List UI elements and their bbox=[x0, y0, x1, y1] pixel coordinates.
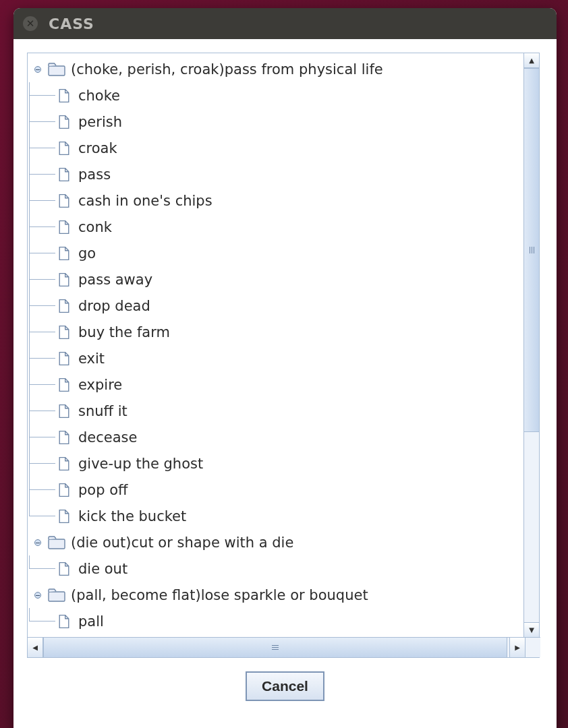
file-icon bbox=[55, 456, 73, 471]
window: ✕ CASS (choke, perish, croak)pass from p… bbox=[13, 8, 557, 728]
tree-item-label: expire bbox=[78, 377, 122, 393]
file-icon bbox=[55, 193, 73, 208]
tree-branch bbox=[30, 214, 55, 240]
tree-folder[interactable]: (choke, perish, croak)pass from physical… bbox=[29, 56, 524, 82]
scroll-down-icon[interactable]: ▼ bbox=[524, 622, 539, 637]
expand-handle-icon[interactable] bbox=[34, 592, 41, 599]
tree-folder-label: (choke, perish, croak)pass from physical… bbox=[71, 61, 383, 78]
tree-item-label: cash in one's chips bbox=[78, 193, 212, 209]
horizontal-scrollbar[interactable]: ◀ ▶ bbox=[28, 637, 540, 657]
file-icon bbox=[55, 614, 73, 629]
tree-branch bbox=[30, 187, 55, 214]
tree-item[interactable]: buy the farm bbox=[30, 319, 524, 345]
folder-icon bbox=[48, 588, 65, 603]
tree-item-label: croak bbox=[78, 140, 117, 156]
file-icon bbox=[55, 404, 73, 419]
tree-item[interactable]: exit bbox=[30, 345, 524, 371]
tree-item-label: pop off bbox=[78, 482, 128, 498]
tree-item[interactable]: go bbox=[30, 240, 524, 266]
tree-folder-label: (pall, become flat)lose sparkle or bouqu… bbox=[71, 587, 368, 603]
tree-item[interactable]: pass bbox=[30, 161, 524, 187]
titlebar[interactable]: ✕ CASS bbox=[13, 8, 557, 39]
tree-item[interactable]: give-up the ghost bbox=[30, 450, 524, 477]
file-icon bbox=[55, 430, 73, 445]
tree-item[interactable]: die out bbox=[30, 555, 524, 582]
tree-branch bbox=[30, 608, 55, 634]
tree-item-label: drop dead bbox=[78, 298, 150, 314]
tree-item[interactable]: pass away bbox=[30, 266, 524, 293]
file-icon bbox=[55, 272, 73, 287]
cancel-button[interactable]: Cancel bbox=[246, 671, 324, 701]
file-icon bbox=[55, 88, 73, 103]
scroll-left-icon[interactable]: ◀ bbox=[28, 638, 43, 657]
tree-branch bbox=[30, 555, 55, 582]
expand-handle-icon[interactable] bbox=[34, 66, 41, 73]
file-icon bbox=[55, 325, 73, 340]
tree-item-label: conk bbox=[78, 219, 112, 235]
button-bar: Cancel bbox=[27, 658, 543, 717]
tree-item[interactable]: expire bbox=[30, 371, 524, 398]
folder-icon bbox=[48, 535, 65, 550]
scroll-up-icon[interactable]: ▲ bbox=[524, 53, 539, 68]
file-icon bbox=[55, 351, 73, 366]
tree-item[interactable]: snuff it bbox=[30, 398, 524, 424]
tree-branch bbox=[30, 424, 55, 450]
tree-item-label: decease bbox=[78, 429, 137, 446]
hscroll-track[interactable] bbox=[43, 638, 509, 657]
tree-branch bbox=[30, 345, 55, 371]
scroll-thumb[interactable] bbox=[524, 68, 539, 432]
tree-item[interactable]: drop dead bbox=[30, 293, 524, 319]
file-icon bbox=[55, 141, 73, 156]
tree-item-label: perish bbox=[78, 114, 122, 130]
svg-rect-0 bbox=[49, 66, 65, 75]
tree-branch bbox=[30, 82, 55, 109]
hscroll-thumb[interactable] bbox=[43, 638, 507, 657]
tree-item[interactable]: decease bbox=[30, 424, 524, 450]
tree-panel: (choke, perish, croak)pass from physical… bbox=[27, 53, 540, 658]
tree-item-label: pall bbox=[78, 613, 104, 630]
tree-item[interactable]: croak bbox=[30, 135, 524, 161]
tree-folder[interactable]: (pall, become flat)lose sparkle or bouqu… bbox=[29, 582, 524, 608]
tree-item-label: snuff it bbox=[78, 403, 127, 419]
tree-folder-label: (die out)cut or shape with a die bbox=[71, 535, 293, 551]
vertical-scrollbar[interactable]: ▲ ▼ bbox=[523, 53, 539, 637]
tree-branch bbox=[30, 450, 55, 477]
tree-folder[interactable]: (die out)cut or shape with a die bbox=[29, 529, 524, 555]
tree-branch bbox=[30, 398, 55, 424]
tree-item-label: choke bbox=[78, 88, 120, 104]
tree-item-label: buy the farm bbox=[78, 324, 170, 340]
tree-item-label: go bbox=[78, 245, 96, 262]
tree-item[interactable]: choke bbox=[30, 82, 524, 109]
file-icon bbox=[55, 377, 73, 392]
file-icon bbox=[55, 246, 73, 261]
file-icon bbox=[55, 562, 73, 576]
tree-item[interactable]: kick the bucket bbox=[30, 503, 524, 529]
tree-item[interactable]: pop off bbox=[30, 477, 524, 503]
tree-item[interactable]: pall bbox=[30, 608, 524, 634]
tree-item-label: pass away bbox=[78, 272, 152, 288]
close-icon[interactable]: ✕ bbox=[23, 16, 38, 31]
file-icon bbox=[55, 299, 73, 313]
scroll-right-icon[interactable]: ▶ bbox=[509, 638, 525, 657]
scroll-track[interactable] bbox=[524, 68, 539, 622]
tree-item[interactable]: perish bbox=[30, 109, 524, 135]
expand-handle-icon[interactable] bbox=[34, 539, 41, 546]
tree-item-label: pass bbox=[78, 166, 111, 183]
tree-branch bbox=[30, 319, 55, 345]
tree-branch bbox=[30, 266, 55, 293]
tree[interactable]: (choke, perish, croak)pass from physical… bbox=[28, 53, 524, 637]
folder-icon bbox=[48, 62, 65, 77]
client-area: (choke, perish, croak)pass from physical… bbox=[13, 39, 557, 728]
tree-item[interactable]: conk bbox=[30, 214, 524, 240]
tree-item[interactable]: cash in one's chips bbox=[30, 187, 524, 214]
svg-rect-2 bbox=[49, 592, 65, 601]
file-icon bbox=[55, 167, 73, 182]
tree-item-label: exit bbox=[78, 351, 105, 367]
tree-branch bbox=[30, 477, 55, 503]
tree-item-label: kick the bucket bbox=[78, 508, 186, 524]
tree-item-label: die out bbox=[78, 561, 127, 577]
scrollbar-corner bbox=[525, 638, 540, 657]
tree-branch bbox=[30, 135, 55, 161]
tree-branch bbox=[30, 293, 55, 319]
tree-branch bbox=[30, 109, 55, 135]
